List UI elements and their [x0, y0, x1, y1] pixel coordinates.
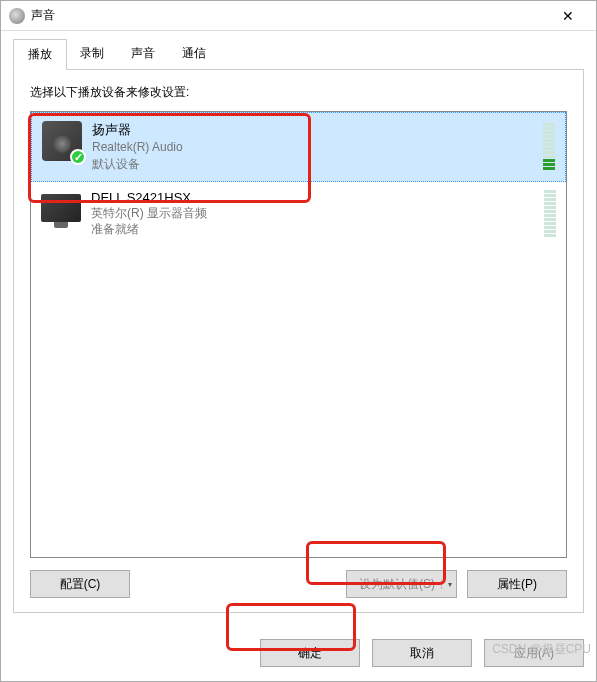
- dialog-footer: 确定 取消 应用(A): [1, 625, 596, 681]
- tab-page-playback: 选择以下播放设备来修改设置: ✓ 扬声器 Realtek(R) Audio 默认…: [13, 69, 584, 613]
- device-name: DELL S2421HSX: [91, 190, 536, 205]
- tab-playback[interactable]: 播放: [13, 39, 67, 70]
- device-subtitle: Realtek(R) Audio: [92, 139, 535, 156]
- tab-sound[interactable]: 声音: [117, 39, 169, 70]
- close-button[interactable]: ✕: [548, 2, 588, 30]
- default-check-icon: ✓: [70, 149, 86, 165]
- device-text: DELL S2421HSX 英特尔(R) 显示器音频 准备就绪: [91, 190, 536, 239]
- device-name: 扬声器: [92, 121, 535, 139]
- monitor-icon: [41, 194, 81, 222]
- set-default-button[interactable]: 设为默认值(S): [346, 570, 457, 598]
- sound-dialog: 声音 ✕ 播放 录制 声音 通信 选择以下播放设备来修改设置: ✓ 扬声器 Re…: [0, 0, 597, 682]
- content-area: 播放 录制 声音 通信 选择以下播放设备来修改设置: ✓ 扬声器 Realtek…: [1, 31, 596, 625]
- speaker-icon: ✓: [42, 121, 82, 161]
- window-title: 声音: [31, 7, 548, 24]
- ok-button[interactable]: 确定: [260, 639, 360, 667]
- device-status: 默认设备: [92, 156, 535, 173]
- apply-button[interactable]: 应用(A): [484, 639, 584, 667]
- level-meter: [543, 123, 555, 170]
- device-list[interactable]: ✓ 扬声器 Realtek(R) Audio 默认设备 DELL S2421HS…: [30, 111, 567, 558]
- device-subtitle: 英特尔(R) 显示器音频: [91, 205, 536, 222]
- device-button-row: 配置(C) 设为默认值(S) 属性(P): [30, 570, 567, 598]
- tabstrip: 播放 录制 声音 通信: [13, 39, 584, 70]
- cancel-button[interactable]: 取消: [372, 639, 472, 667]
- titlebar: 声音 ✕: [1, 1, 596, 31]
- device-item-speakers[interactable]: ✓ 扬声器 Realtek(R) Audio 默认设备: [31, 112, 566, 182]
- tab-comm[interactable]: 通信: [168, 39, 220, 70]
- properties-button[interactable]: 属性(P): [467, 570, 567, 598]
- app-icon: [9, 8, 25, 24]
- device-item-monitor[interactable]: DELL S2421HSX 英特尔(R) 显示器音频 准备就绪: [31, 182, 566, 247]
- level-meter: [544, 190, 556, 237]
- instruction-text: 选择以下播放设备来修改设置:: [30, 84, 567, 101]
- tab-record[interactable]: 录制: [66, 39, 118, 70]
- configure-button[interactable]: 配置(C): [30, 570, 130, 598]
- device-status: 准备就绪: [91, 221, 536, 238]
- device-text: 扬声器 Realtek(R) Audio 默认设备: [92, 121, 535, 173]
